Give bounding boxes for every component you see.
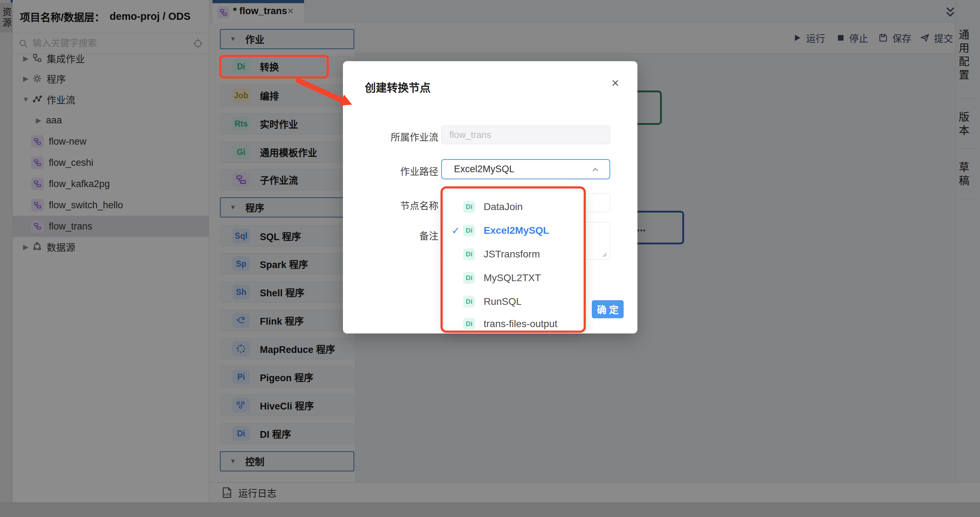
di-badge: Di (463, 272, 475, 284)
option-label: JSTransform (484, 248, 540, 260)
dialog-close-icon[interactable]: × (612, 77, 619, 89)
app-root: 资源 项目名称/数据层： demo-proj / ODS ▶ 集成作业 ▶ (0, 0, 980, 517)
job-path-select[interactable]: Excel2MySQL (441, 159, 610, 179)
job-path-value: Excel2MySQL (454, 164, 514, 175)
option-excel2mysql[interactable]: ✓ Di Excel2MySQL (444, 220, 583, 242)
di-badge: Di (463, 224, 475, 237)
chevron-up-icon (590, 165, 600, 175)
resize-handle-icon[interactable] (601, 251, 608, 258)
option-label: MySQL2TXT (484, 272, 541, 283)
ok-button[interactable]: 确 定 (592, 300, 624, 318)
option-jstransform[interactable]: Di JSTransform (444, 243, 583, 265)
option-label: trans-files-output (484, 318, 557, 329)
option-datajoin[interactable]: Di DataJoin (444, 196, 583, 218)
field-label-note: 备注 (378, 228, 438, 242)
check-icon: ✓ (448, 225, 463, 237)
option-trans-files-output[interactable]: Di trans-files-output (444, 313, 583, 335)
di-badge: Di (463, 318, 475, 330)
field-label-parent-flow: 所属作业流 (378, 130, 438, 143)
di-badge: Di (463, 296, 475, 308)
option-mysql2txt[interactable]: Di MySQL2TXT (444, 267, 583, 289)
option-label: DataJoin (484, 201, 523, 213)
job-path-dropdown: Di DataJoin ✓ Di Excel2MySQL Di JSTransf… (444, 190, 583, 330)
field-label-job-path: 作业路径 (378, 164, 438, 178)
dialog-title: 创建转换节点 (365, 79, 431, 95)
option-runsql[interactable]: Di RunSQL (444, 291, 583, 313)
parent-flow-value: flow_trans (449, 129, 492, 140)
parent-flow-input: flow_trans (441, 126, 610, 144)
field-label-node-name: 节点名称 (378, 198, 438, 212)
di-badge: Di (463, 248, 475, 260)
di-badge: Di (463, 201, 475, 213)
option-label: RunSQL (484, 296, 522, 307)
option-label: Excel2MySQL (484, 225, 549, 236)
